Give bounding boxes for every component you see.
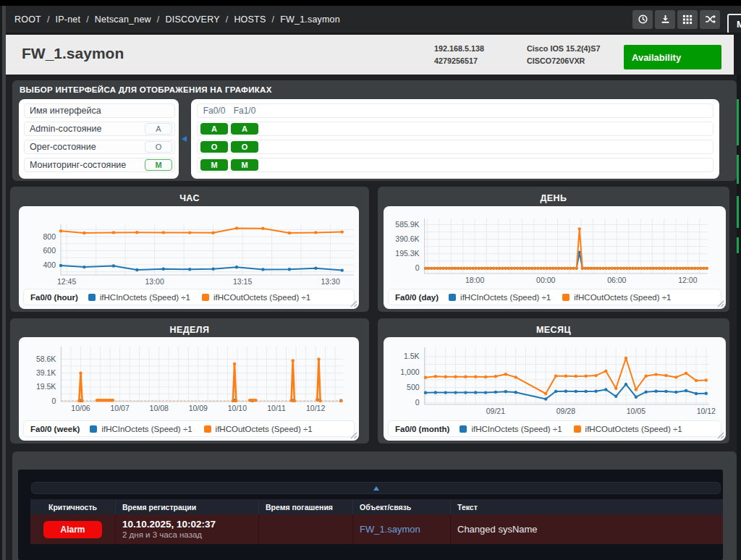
svg-text:390.6K: 390.6K [395,234,419,243]
chart-legend-item-out: ifHCOutOctets (Speed) ÷1 [574,425,682,433]
svg-text:13:15: 13:15 [233,277,252,286]
resize-handle-icon[interactable] [350,300,357,307]
alarm-registered-ago: 2 дня и 3 часа назад [122,531,216,540]
chart-legend-item-in: ifHCInOctets (Speed) ÷1 [90,425,192,433]
breadcrumb-separator: / [157,14,160,25]
svg-text:13:00: 13:00 [145,277,164,286]
breadcrumb-item-root[interactable]: ROOT [14,14,41,25]
svg-text:1,000: 1,000 [400,368,419,376]
svg-text:09/28: 09/28 [556,407,575,415]
page-header: FW_1.saymon 192.168.5.138 4279256517 Cis… [6,35,734,75]
legend-label-in: ifHCInOctets (Speed) ÷1 [471,425,562,433]
breadcrumb-item-netscan-new[interactable]: Netscan_new [95,14,151,25]
download-button[interactable] [655,10,675,29]
breadcrumb-item-ip-net[interactable]: IP-net [56,14,81,25]
right-edge-green-sliver [737,237,739,253]
breadcrumb-item-current[interactable]: FW_1.saymon [280,14,340,25]
interface-legend-label: Oper-состояние [30,142,96,152]
chart-legend: Fa0/0 (day) ifHCInOctets (Speed) ÷1 ifHC… [388,289,721,305]
more-button[interactable]: M [727,14,741,34]
monitoring-state-button-fa00[interactable]: M [200,159,228,171]
legend-label-out: ifHCOutOctets (Speed) ÷1 [574,293,671,302]
breadcrumb-separator: / [86,14,89,25]
legend-swatch-in [460,425,467,433]
collapse-up-icon [373,486,379,491]
right-edge-green-sliver [737,196,739,228]
svg-text:10/10: 10/10 [228,404,247,412]
alarm-object-link[interactable]: FW_1.saymon [360,524,420,535]
interface-legend-label: Имя интерфейса [30,106,101,116]
alarms-collapse-bar[interactable] [31,482,721,494]
oper-state-row: O O [197,140,714,154]
availability-button[interactable]: Availability [624,45,721,69]
shuffle-button[interactable] [700,10,720,29]
resize-handle-icon[interactable] [716,431,724,439]
legend-swatch-in [90,425,97,433]
column-header-object: Объект/связь [353,499,451,514]
legend-label-in: ifHCInOctets (Speed) ÷1 [460,293,551,302]
admin-state-button-fa10[interactable]: A [231,123,258,135]
admin-state-button-fa00[interactable]: A [200,123,228,135]
interface-selector-title: ВЫБОР ИНТЕРФЕЙСА ДЛЯ ОТОБРАЖЕНИЯ НА ГРАФ… [20,85,272,94]
chart-plot: 40060080012:4513:0013:1513:30 [19,206,359,289]
alarm-severity-badge[interactable]: Alarm [43,521,102,538]
host-platform-block: Cisco IOS 15.2(4)S7 CISCO7206VXR [527,43,600,67]
interface-legend-row: Oper-состояние O [24,140,175,154]
interface-name: Fa1/0 [231,106,258,116]
admin-state-row: A A [197,122,714,136]
collapse-left-icon[interactable] [182,136,187,142]
monitoring-state-badge: M [145,159,172,171]
breadcrumb-separator: / [47,14,50,25]
chart-legend-item-in: ifHCInOctets (Speed) ÷1 [449,293,551,302]
screen: ROOT / IP-net / Netscan_new / DISCOVERY … [0,0,741,560]
legend-swatch-out [574,425,581,433]
chart-legend-series-group: Fa0/0 (month) [395,425,449,433]
chart-legend-series-group: Fa0/0 (day) [395,293,439,302]
grid-view-button[interactable] [677,10,698,29]
chart-legend-item-out: ifHCOutOctets (Speed) ÷1 [204,425,313,433]
chart-legend-item-in: ifHCInOctets (Speed) ÷1 [460,425,562,433]
chart-legend: Fa0/0 (week) ifHCInOctets (Speed) ÷1 ifH… [23,420,355,437]
svg-text:00:00: 00:00 [536,276,555,284]
interface-legend-row: Мониторинг-состояние M [24,158,175,172]
alarms-panel: Критичность Время регистрации Время пога… [12,451,737,560]
top-edge-black [0,0,741,6]
history-button[interactable] [632,10,653,29]
legend-swatch-in [449,294,456,301]
resize-handle-icon[interactable] [350,431,357,439]
svg-text:0: 0 [415,398,420,407]
oper-state-button-fa00[interactable]: O [200,141,228,153]
interface-legend-row: Имя интерфейса [24,103,175,118]
host-os-version: Cisco IOS 15.2(4)S7 [527,43,600,55]
svg-text:10/06: 10/06 [71,404,90,412]
svg-text:10/07: 10/07 [110,404,129,412]
page-title: FW_1.saymon [22,45,124,62]
grid-icon [682,14,693,25]
chart-card: 0195.3K390.6K585.9K18:0000:0006:0012:00 … [384,206,726,309]
alarms-table-header: Критичность Время регистрации Время пога… [30,499,723,514]
interface-names-row: Fa0/0 Fa1/0 [197,103,714,118]
host-ip: 192.168.5.138 [434,43,484,55]
breadcrumb-separator: / [226,14,229,25]
clock-icon [638,14,648,25]
svg-text:39.1K: 39.1K [36,368,56,377]
legend-label-out: ifHCOutOctets (Speed) ÷1 [213,293,310,302]
chart-plot: 05001,0001.5K09/2109/2810/0510/12 [384,337,726,420]
breadcrumb-item-hosts[interactable]: HOSTS [234,14,266,25]
monitoring-state-button-fa10[interactable]: M [231,159,258,171]
svg-text:10/12: 10/12 [697,407,716,415]
svg-text:13:30: 13:30 [321,277,339,286]
alarms-inner-panel: Критичность Время регистрации Время пога… [18,470,723,560]
svg-text:800: 800 [43,232,56,241]
right-edge-green-sliver [737,155,739,184]
chart-legend-item-out: ifHCOutOctets (Speed) ÷1 [562,293,671,302]
column-header-cleared: Время погашения [259,499,353,514]
download-icon [660,14,671,25]
topbar: ROOT / IP-net / Netscan_new / DISCOVERY … [6,6,741,33]
alarm-row[interactable]: Alarm 10.10.2025, 10:02:37 2 дня и 3 час… [30,514,723,544]
resize-handle-icon[interactable] [716,300,724,307]
chart-title: МЕСЯЦ [378,325,729,335]
oper-state-button-fa10[interactable]: O [231,141,258,153]
host-model: CISCO7206VXR [527,55,600,67]
breadcrumb-item-discovery[interactable]: DISCOVERY [166,14,220,25]
